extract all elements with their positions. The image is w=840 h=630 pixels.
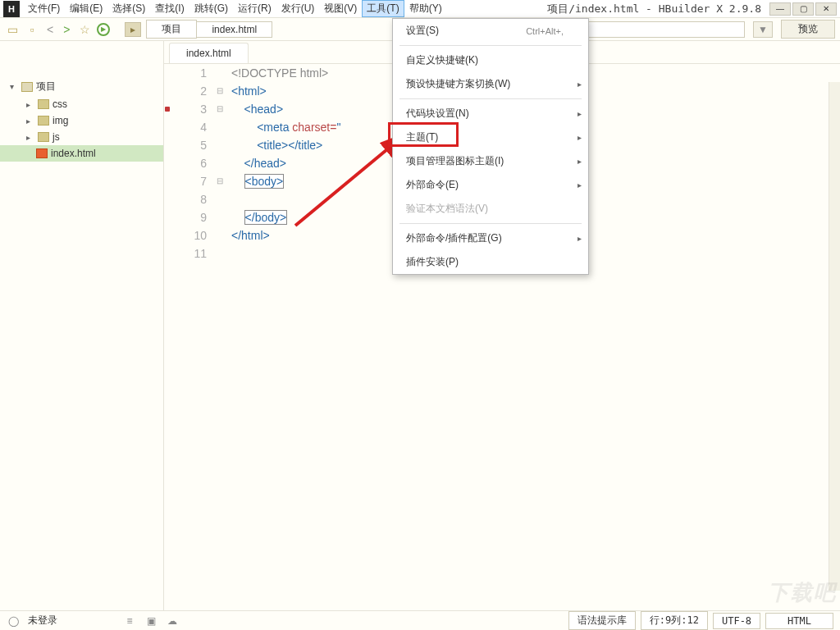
terminal-icon[interactable]: ▣ bbox=[144, 614, 158, 628]
tree-folder-img[interactable]: ▸ img bbox=[0, 112, 163, 129]
window-buttons: — ▢ ✕ bbox=[769, 2, 837, 16]
html-file-icon bbox=[36, 148, 48, 158]
fold-gutter: ⊟⊟⊟ bbox=[213, 64, 226, 610]
breakpoint-marker bbox=[164, 100, 172, 118]
tree-file-index[interactable]: index.html bbox=[0, 145, 163, 162]
dd-external-plugin-config[interactable]: 外部命令/插件配置(G) bbox=[393, 226, 588, 250]
maximize-button[interactable]: ▢ bbox=[792, 2, 814, 16]
dd-label: 主题(T) bbox=[406, 130, 438, 144]
caret-right-icon: ▸ bbox=[26, 133, 34, 142]
caret-right-icon: ▸ bbox=[26, 100, 34, 109]
app-icon: H bbox=[3, 1, 20, 17]
folder-icon[interactable]: ▸ bbox=[125, 22, 141, 37]
forward-icon[interactable]: > bbox=[61, 23, 72, 36]
menu-find[interactable]: 查找(I) bbox=[150, 0, 189, 17]
login-status[interactable]: 未登录 bbox=[28, 614, 57, 628]
tree-root-label: 项目 bbox=[36, 80, 56, 94]
hint-library-button[interactable]: 语法提示库 bbox=[568, 611, 636, 630]
dd-plugin-install[interactable]: 插件安装(P) bbox=[393, 250, 588, 274]
dd-snippet-settings[interactable]: 代码块设置(N) bbox=[393, 102, 588, 126]
cursor-position: 行:9列:12 bbox=[641, 611, 708, 630]
preview-button[interactable]: 预览 bbox=[781, 20, 835, 39]
dd-custom-shortcuts[interactable]: 自定义快捷键(K) bbox=[393, 48, 588, 72]
run-icon[interactable]: ▶ bbox=[97, 23, 110, 36]
breadcrumb: 项目 index.html bbox=[146, 20, 272, 39]
menu-run[interactable]: 运行(R) bbox=[233, 0, 276, 17]
tree-label: js bbox=[52, 131, 60, 143]
filter-icon[interactable]: ▼ bbox=[753, 21, 773, 38]
menu-file[interactable]: 文件(F) bbox=[23, 0, 65, 17]
tab-index[interactable]: index.html bbox=[169, 43, 249, 63]
new-file-icon[interactable]: ▭ bbox=[5, 22, 20, 37]
language-button[interactable]: HTML bbox=[765, 613, 833, 629]
encoding-button[interactable]: UTF-8 bbox=[713, 613, 760, 629]
dd-separator bbox=[399, 223, 582, 224]
folder-open-icon bbox=[21, 82, 33, 92]
folder-icon bbox=[38, 116, 49, 126]
breadcrumb-project[interactable]: 项目 bbox=[146, 20, 197, 39]
star-icon[interactable]: ☆ bbox=[77, 22, 92, 37]
menu-edit[interactable]: 编辑(E) bbox=[65, 0, 107, 17]
dd-label: 设置(S) bbox=[406, 24, 439, 38]
tree-folder-css[interactable]: ▸ css bbox=[0, 96, 163, 112]
fold-icon[interactable]: ⊟ bbox=[213, 100, 226, 118]
dd-separator bbox=[399, 45, 582, 46]
list-icon[interactable]: ≡ bbox=[123, 614, 136, 628]
tools-dropdown: 设置(S) Ctrl+Alt+, 自定义快捷键(K) 预设快捷键方案切换(W) … bbox=[392, 18, 589, 275]
fold-icon[interactable]: ⊟ bbox=[213, 82, 226, 100]
cloud-icon[interactable]: ☁ bbox=[166, 614, 179, 628]
menu-select[interactable]: 选择(S) bbox=[107, 0, 150, 17]
menu-publish[interactable]: 发行(U) bbox=[276, 0, 320, 17]
save-icon[interactable]: ▫ bbox=[25, 22, 39, 37]
sidebar: ▾ 项目 ▸ css ▸ img ▸ js index.html bbox=[0, 41, 164, 610]
line-number-gutter: 1234567891011 bbox=[172, 64, 213, 610]
breakpoint-gutter bbox=[164, 64, 172, 610]
breadcrumb-file[interactable]: index.html bbox=[196, 21, 272, 38]
tree-folder-js[interactable]: ▸ js bbox=[0, 129, 163, 145]
caret-down-icon: ▾ bbox=[10, 82, 18, 91]
menubar: H 文件(F) 编辑(E) 选择(S) 查找(I) 跳转(G) 运行(R) 发行… bbox=[0, 0, 840, 18]
close-button[interactable]: ✕ bbox=[815, 2, 837, 16]
dd-label: 外部命令(E) bbox=[406, 178, 459, 192]
dd-label: 项目管理器图标主题(I) bbox=[406, 154, 504, 168]
dd-shortcut: Ctrl+Alt+, bbox=[526, 26, 564, 36]
user-icon[interactable]: ◯ bbox=[7, 614, 20, 628]
project-tree: ▾ 项目 ▸ css ▸ img ▸ js index.html bbox=[0, 74, 163, 165]
tree-root[interactable]: ▾ 项目 bbox=[0, 77, 163, 96]
menu-view[interactable]: 视图(V) bbox=[319, 0, 362, 17]
minimize-button[interactable]: — bbox=[769, 2, 791, 16]
dd-label: 预设快捷键方案切换(W) bbox=[406, 77, 510, 91]
window-title: 项目/index.html - HBuilder X 2.9.8 bbox=[547, 2, 761, 16]
dd-separator bbox=[399, 98, 582, 99]
tree-label: css bbox=[52, 98, 67, 110]
menu-tools[interactable]: 工具(T) bbox=[362, 0, 404, 17]
dd-label: 外部命令/插件配置(G) bbox=[406, 231, 502, 245]
fold-icon[interactable]: ⊟ bbox=[213, 172, 226, 190]
folder-icon bbox=[38, 99, 49, 109]
dd-project-icon-theme[interactable]: 项目管理器图标主题(I) bbox=[393, 149, 588, 173]
dd-preset-shortcuts[interactable]: 预设快捷键方案切换(W) bbox=[393, 72, 588, 96]
folder-icon bbox=[38, 132, 49, 142]
dd-label: 插件安装(P) bbox=[406, 255, 459, 269]
dd-theme[interactable]: 主题(T) bbox=[393, 126, 588, 149]
menu-help[interactable]: 帮助(Y) bbox=[404, 0, 447, 17]
dd-label: 验证本文档语法(V) bbox=[406, 202, 488, 216]
dd-label: 代码块设置(N) bbox=[406, 107, 469, 121]
dd-label: 自定义快捷键(K) bbox=[406, 53, 478, 67]
statusbar: ◯ 未登录 ≡ ▣ ☁ 语法提示库 行:9列:12 UTF-8 HTML bbox=[0, 610, 840, 630]
dd-settings[interactable]: 设置(S) Ctrl+Alt+, bbox=[393, 19, 588, 43]
dd-external-cmd[interactable]: 外部命令(E) bbox=[393, 173, 588, 197]
menu-goto[interactable]: 跳转(G) bbox=[189, 0, 233, 17]
tree-label: index.html bbox=[51, 148, 96, 159]
caret-right-icon: ▸ bbox=[26, 116, 34, 126]
back-icon[interactable]: < bbox=[44, 23, 56, 36]
tree-label: img bbox=[52, 115, 68, 126]
vertical-scrollbar[interactable] bbox=[829, 82, 840, 591]
dd-validate-syntax: 验证本文档语法(V) bbox=[393, 197, 588, 221]
